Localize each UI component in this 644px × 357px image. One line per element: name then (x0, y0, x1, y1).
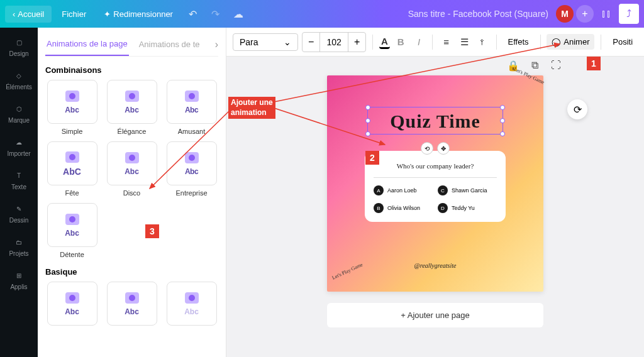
home-button[interactable]: ‹ Accueil (5, 6, 52, 23)
add-page-button[interactable]: + Ajouter une page (327, 303, 543, 327)
anim-detente[interactable]: AbcDétente (45, 203, 99, 258)
refresh-fab[interactable]: ⟳ (567, 99, 587, 119)
nav-brand[interactable]: ⬡Marque (0, 99, 38, 126)
selection-box (367, 107, 503, 135)
resize-handle[interactable] (365, 118, 370, 123)
effects-button[interactable]: Effets (503, 34, 534, 50)
annotation-1: 1 (587, 57, 601, 70)
redo-icon[interactable]: ↷ (206, 4, 226, 24)
divider (374, 177, 497, 178)
anim-elegance[interactable]: AbcÉlégance (105, 80, 158, 135)
nav-label: Design (9, 50, 28, 57)
cloud-icon[interactable]: ☁ (228, 4, 248, 24)
quiz-question: Who's our company leader? (374, 162, 497, 170)
bold-icon[interactable]: B (394, 33, 408, 52)
chevron-right-icon[interactable]: › (215, 39, 218, 50)
annotation-3: 3 (145, 224, 159, 238)
font-size-group: − + (302, 32, 366, 52)
panel-tabs: Animations de la page Animations de te › (45, 33, 218, 57)
expand-icon[interactable]: ⛶ (548, 58, 564, 73)
italic-icon[interactable]: I (412, 33, 426, 52)
text-icon: T (12, 168, 26, 182)
text-toolbar: Para⌄ − + A B I ≡ ☰ ⫯ Effets ◯Animer Pos… (226, 28, 644, 57)
combo-grid: AbcSimple AbcÉlégance AbcAmusant AbCFête… (45, 80, 218, 258)
nav-label: Applis (10, 283, 27, 290)
publish-icon[interactable]: ⤴ (619, 4, 639, 24)
anim-fete[interactable]: AbCFête (45, 141, 99, 197)
animation-panel: Animations de la page Animations de te ›… (38, 28, 226, 357)
list-icon[interactable]: ☰ (457, 33, 472, 52)
nav-label: Importer (7, 150, 30, 157)
artboard[interactable]: Let's Play Game Quiz Time ⟲ ✥ Who's our … (327, 75, 543, 292)
answer-a: AAaron Loeb (374, 185, 433, 195)
nav-label: Éléments (6, 84, 32, 91)
brand-icon: ⬡ (12, 102, 26, 116)
doc-title[interactable]: Sans titre - Facebook Post (Square) (408, 9, 548, 19)
draw-icon: ✎ (12, 202, 26, 216)
animate-button[interactable]: ◯Animer (547, 34, 594, 50)
nav-text[interactable]: TTexte (0, 166, 38, 193)
nav-projects[interactable]: 🗀Projets (0, 233, 38, 260)
annotation-2: 2 (365, 151, 379, 165)
upload-icon: ☁ (12, 135, 26, 149)
apps-icon: ⊞ (12, 268, 26, 282)
anim-basic-1[interactable]: Abc (45, 282, 99, 326)
anim-simple[interactable]: AbcSimple (45, 80, 99, 135)
anim-disco[interactable]: AbcDisco (105, 141, 158, 197)
animate-icon: ◯ (552, 37, 561, 47)
resize-handle[interactable] (500, 118, 505, 123)
annotation-label: Ajouter uneanimation (228, 97, 275, 119)
undo-icon[interactable]: ↶ (183, 4, 203, 24)
anim-entreprise[interactable]: AbcEntreprise (165, 141, 218, 197)
design-icon: ▢ (12, 35, 26, 49)
folder-icon: 🗀 (12, 235, 26, 249)
share-add-icon[interactable]: + (576, 5, 594, 23)
file-button[interactable]: Fichier (54, 6, 94, 23)
resize-handle[interactable] (365, 131, 370, 136)
nav-apps[interactable]: ⊞Applis (0, 266, 38, 293)
left-nav: ▢Design ◇Éléments ⬡Marque ☁Importer TTex… (0, 28, 38, 357)
align-icon[interactable]: ≡ (439, 33, 453, 52)
anim-basic-2[interactable]: Abc (105, 282, 158, 326)
section-combos: Combinaisons (45, 65, 218, 75)
increase-size-button[interactable]: + (348, 33, 365, 52)
answer-d: DTeddy Yu (438, 203, 497, 213)
font-select[interactable]: Para⌄ (233, 33, 298, 51)
tab-page-animations[interactable]: Animations de la page (45, 33, 129, 56)
nav-design[interactable]: ▢Design (0, 33, 38, 60)
font-size-input[interactable] (320, 37, 348, 47)
tab-text-animations[interactable]: Animations de te (138, 33, 201, 55)
elements-icon: ◇ (12, 69, 26, 82)
section-basic: Basique (45, 267, 218, 277)
resize-handle[interactable] (500, 131, 505, 136)
anim-basic-3[interactable]: Abc (165, 282, 218, 326)
nav-label: Dessin (9, 217, 29, 224)
duplicate-icon[interactable]: ⧉ (527, 58, 542, 73)
nav-upload[interactable]: ☁Importer (0, 133, 38, 160)
spacing-icon[interactable]: ⫯ (475, 33, 490, 52)
answer-c: CShawn Garcia (438, 185, 497, 195)
anim-amusant[interactable]: AbcAmusant (165, 80, 218, 135)
resize-handle[interactable] (500, 105, 505, 110)
quiz-card[interactable]: ⟲ ✥ Who's our company leader? AAaron Loe… (365, 151, 506, 222)
avatar[interactable]: M (556, 5, 574, 23)
handle-text: @reallygreatsite (414, 262, 457, 269)
nav-label: Marque (8, 117, 30, 124)
curved-text-bottom: Let's Play Game (331, 261, 364, 280)
resize-handle[interactable] (365, 105, 370, 110)
nav-label: Projets (9, 250, 28, 257)
analytics-icon[interactable]: ⫿⫿ (596, 4, 616, 24)
answer-grid: AAaron Loeb CShawn Garcia BOlivia Wilson… (374, 185, 497, 213)
home-label: Accueil (18, 9, 44, 19)
chevron-down-icon: ⌄ (284, 37, 291, 47)
nav-elements[interactable]: ◇Éléments (0, 66, 38, 93)
move-icon[interactable]: ✥ (437, 142, 450, 155)
resize-label: Redimensionner (113, 9, 173, 19)
text-color-icon[interactable]: A (379, 35, 390, 49)
nav-draw[interactable]: ✎Dessin (0, 199, 38, 226)
topbar: ‹ Accueil Fichier ✦ Redimensionner ↶ ↷ ☁… (0, 0, 644, 28)
resize-button[interactable]: ✦ Redimensionner (96, 6, 180, 23)
decrease-size-button[interactable]: − (303, 33, 320, 52)
position-button[interactable]: Positi (608, 34, 638, 50)
rotate-icon[interactable]: ⟲ (421, 142, 433, 155)
